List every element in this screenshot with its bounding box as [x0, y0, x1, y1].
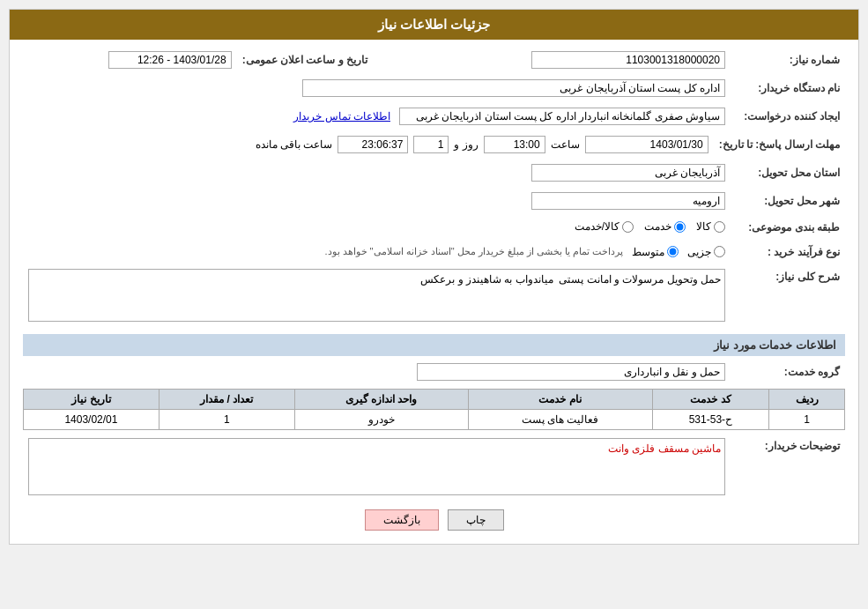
- col-row: ردیف: [769, 389, 845, 409]
- announce-value-cell: 1403/01/28 - 12:26: [23, 48, 237, 71]
- col-name: نام خدمت: [468, 389, 652, 409]
- button-row: چاپ بازگشت: [23, 509, 845, 531]
- buyer-desc-value-cell: ماشین مسقف فلزی وانت: [23, 435, 731, 501]
- col-code: کد خدمت: [652, 389, 769, 409]
- content-area: شماره نیاز: 1103001318000020 تاریخ و ساع…: [10, 40, 858, 544]
- info-table-buyer: نام دستگاه خریدار: اداره کل پست استان آذ…: [23, 77, 845, 100]
- creator-value: سیاوش صفری گلمانخانه انباردار اداره کل پ…: [399, 108, 725, 125]
- service-group-value-cell: حمل و نقل و انبارداری: [23, 360, 731, 383]
- purchase-options: جزیی متوسط پرداخت تمام یا بخشی از مبلغ خ…: [23, 243, 731, 261]
- services-title: اطلاعات خدمات مورد نیاز: [23, 334, 845, 356]
- col-unit: واحد اندازه گیری: [294, 389, 468, 409]
- creator-value-cell: سیاوش صفری گلمانخانه انباردار اداره کل پ…: [23, 105, 731, 128]
- col-qty: تعداد / مقدار: [159, 389, 294, 409]
- info-table-creator: ایجاد کننده درخواست: سیاوش صفری گلمانخان…: [23, 105, 845, 128]
- deadline-time: 13:00: [484, 136, 545, 153]
- description-label: شرح کلی نیاز:: [731, 266, 845, 327]
- deadline-suffix: ساعت باقی مانده: [256, 138, 333, 151]
- service-group-label: گروه خدمت:: [731, 360, 845, 383]
- radio-khedmat[interactable]: خدمت: [644, 220, 686, 233]
- services-data-table: ردیف کد خدمت نام خدمت واحد اندازه گیری ت…: [23, 389, 845, 430]
- city-value: ارومیه: [531, 192, 725, 210]
- buyer-desc-label: توضیحات خریدار:: [731, 435, 845, 501]
- table-row: 1ح-53-531فعالیت های پستخودرو11403/02/01: [24, 409, 845, 429]
- purchase-note: پرداخت تمام یا بخشی از مبلغ خریدار محل "…: [324, 246, 623, 257]
- province-label: استان محل تحویل:: [731, 161, 845, 184]
- announce-label: تاریخ و ساعت اعلان عمومی:: [237, 48, 378, 71]
- day-label: روز و: [454, 138, 478, 151]
- category-label: طبقه بندی موضوعی:: [731, 218, 845, 238]
- description-value-cell: حمل وتحویل مرسولات و امانت پستی میاندواب…: [23, 266, 731, 327]
- info-table-service-group: گروه خدمت: حمل و نقل و انبارداری: [23, 360, 845, 383]
- deadline-label: مهلت ارسال پاسخ: تا تاریخ:: [714, 133, 845, 156]
- buyer-desc-textarea[interactable]: ماشین مسقف فلزی وانت: [28, 438, 725, 495]
- description-textarea[interactable]: حمل وتحویل مرسولات و امانت پستی میاندواب…: [28, 269, 725, 322]
- creator-link[interactable]: اطلاعات تماس خریدار: [293, 110, 390, 123]
- creator-label: ایجاد کننده درخواست:: [731, 105, 845, 128]
- page-title: جزئیات اطلاعات نیاز: [10, 10, 858, 40]
- province-value: آذربایجان غربی: [531, 164, 725, 182]
- info-table-deadline: مهلت ارسال پاسخ: تا تاریخ: 1403/01/30 سا…: [23, 133, 845, 156]
- info-table-buyer-desc: توضیحات خریدار: ماشین مسقف فلزی وانت: [23, 435, 845, 501]
- deadline-date: 1403/01/30: [585, 136, 708, 153]
- city-label: شهر محل تحویل:: [731, 189, 845, 212]
- radio-jozii[interactable]: جزیی: [687, 246, 725, 258]
- info-table-city: شهر محل تحویل: ارومیه: [23, 189, 845, 212]
- info-table-description: شرح کلی نیاز: حمل وتحویل مرسولات و امانت…: [23, 266, 845, 327]
- number-label: شماره نیاز:: [731, 48, 845, 71]
- number-value-cell: 1103001318000020: [404, 48, 731, 71]
- announce-value: 1403/01/28 - 12:26: [108, 51, 232, 69]
- radio-kala[interactable]: کالا: [696, 220, 725, 233]
- province-value-cell: آذربایجان غربی: [23, 161, 731, 184]
- category-radios: کالا خدمت کالا/خدمت: [23, 218, 731, 238]
- time-label: ساعت: [551, 138, 580, 151]
- city-value-cell: ارومیه: [23, 189, 731, 212]
- col-date: تاریخ نیاز: [24, 389, 160, 409]
- deadline-day: 1: [413, 136, 449, 153]
- page-container: جزئیات اطلاعات نیاز شماره نیاز: 11030013…: [9, 9, 859, 545]
- info-table-category: طبقه بندی موضوعی: کالا خدمت کالا/خدمت: [23, 218, 845, 238]
- deadline-remain: 23:06:37: [338, 136, 408, 153]
- deadline-value-cell: 1403/01/30 ساعت 13:00 روز و 1 23:06:37 س…: [23, 133, 714, 156]
- radio-motavaset[interactable]: متوسط: [632, 246, 679, 258]
- info-table-province: استان محل تحویل: آذربایجان غربی: [23, 161, 845, 184]
- number-value: 1103001318000020: [531, 51, 725, 69]
- print-button[interactable]: چاپ: [448, 509, 504, 531]
- info-table-top: شماره نیاز: 1103001318000020 تاریخ و ساع…: [23, 48, 845, 71]
- buyer-value-cell: اداره کل پست استان آذربایجان غربی: [23, 77, 731, 100]
- info-table-purchase: نوع فرآیند خرید : جزیی متوسط پرداخت تمام…: [23, 243, 845, 261]
- radio-kala-khedmat[interactable]: کالا/خدمت: [575, 220, 634, 233]
- back-button[interactable]: بازگشت: [365, 509, 439, 531]
- purchase-label: نوع فرآیند خرید :: [731, 243, 845, 261]
- service-group-value: حمل و نقل و انبارداری: [417, 363, 725, 381]
- buyer-label: نام دستگاه خریدار:: [731, 77, 845, 100]
- buyer-value: اداره کل پست استان آذربایجان غربی: [302, 79, 725, 97]
